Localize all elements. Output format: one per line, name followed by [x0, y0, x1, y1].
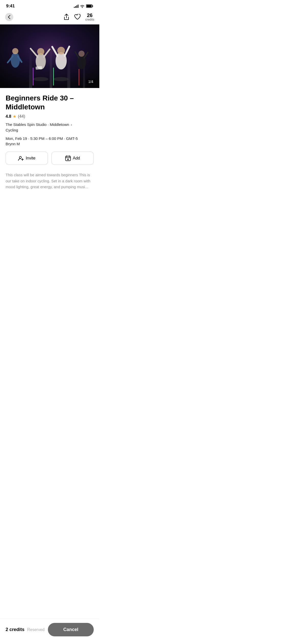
svg-rect-2 — [87, 5, 92, 7]
rating-count: (44) — [18, 114, 25, 119]
hero-image: 1/4 — [0, 24, 99, 88]
svg-rect-1 — [92, 5, 93, 7]
back-circle — [5, 13, 13, 21]
battery-icon — [86, 4, 93, 8]
class-title: Beginners Ride 30 – Middletown — [6, 94, 94, 111]
nav-right-actions: 26 credits — [63, 13, 94, 21]
rating-row: 4.8 ★ (44) — [6, 114, 94, 119]
image-counter: 1/4 — [86, 79, 96, 84]
studio-row: The Stables Spin Studio · Middletown › — [6, 122, 94, 127]
svg-point-30 — [19, 156, 21, 158]
nav-bar: 26 credits — [0, 11, 99, 24]
credits-label: credits — [85, 18, 94, 21]
credits-number: 26 — [87, 13, 92, 18]
status-bar: 9:41 — [0, 0, 99, 11]
share-button[interactable] — [63, 13, 70, 21]
class-type: Cycling — [6, 128, 94, 132]
svg-point-13 — [37, 48, 44, 55]
rating-number: 4.8 — [6, 114, 11, 119]
status-time: 9:41 — [6, 4, 15, 9]
calendar-icon — [65, 155, 71, 161]
svg-point-17 — [57, 47, 65, 54]
add-label: Add — [73, 156, 80, 160]
action-buttons: Invite Add — [6, 152, 94, 165]
studio-name: The Stables Spin Studio · Middletown — [6, 122, 69, 127]
svg-rect-26 — [36, 66, 42, 70]
svg-point-21 — [78, 51, 85, 57]
back-button[interactable] — [5, 13, 13, 21]
svg-point-8 — [11, 52, 20, 68]
hero-overlay — [0, 24, 99, 88]
credits-badge[interactable]: 26 credits — [85, 13, 94, 21]
studio-arrow-icon: › — [71, 122, 72, 127]
chevron-left-icon — [8, 15, 10, 19]
instructor-row: Brynn M — [6, 142, 94, 146]
share-icon — [63, 13, 70, 21]
signal-bars-icon — [74, 4, 78, 8]
cyclists-scene — [0, 24, 99, 88]
schedule-row: Mon, Feb 19 · 5:30 PM – 6:00 PM · GMT-5 — [6, 136, 94, 141]
svg-point-25 — [53, 77, 69, 81]
invite-button[interactable]: Invite — [6, 152, 48, 165]
svg-point-9 — [12, 48, 18, 54]
invite-icon — [18, 156, 24, 161]
wifi-icon — [80, 4, 85, 8]
class-content: Beginners Ride 30 – Middletown 4.8 ★ (44… — [0, 88, 99, 223]
add-button[interactable]: Add — [51, 152, 94, 165]
star-icon: ★ — [13, 114, 16, 119]
heart-icon — [74, 14, 81, 20]
svg-point-24 — [33, 77, 48, 81]
status-icons — [74, 4, 93, 8]
invite-label: Invite — [26, 156, 35, 160]
class-description: This class will be aimed towards beginne… — [6, 172, 94, 190]
favorite-button[interactable] — [74, 14, 81, 20]
